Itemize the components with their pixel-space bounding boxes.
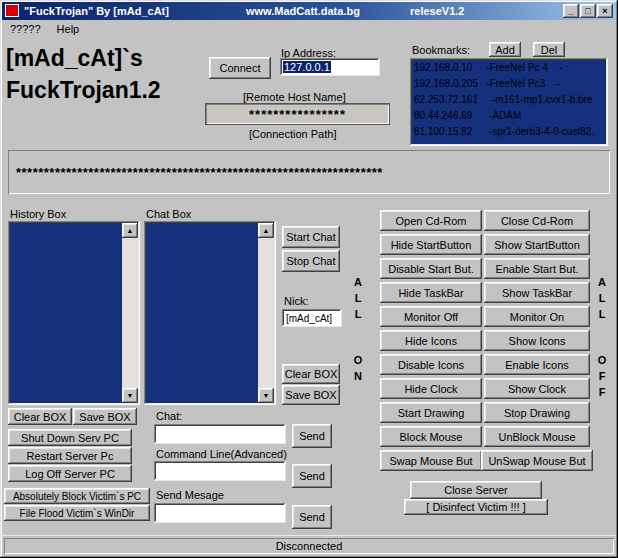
unblock-mouse-button[interactable]: UnBlock Mouse [484, 426, 590, 447]
history-scrollbar[interactable]: ▲ ▼ [122, 223, 138, 403]
send-message-button[interactable]: Send [292, 505, 332, 529]
disable-icons-button[interactable]: Disable Icons [380, 354, 482, 375]
hide-taskbar-button[interactable]: Hide TaskBar [380, 282, 482, 303]
bookmark-add-button[interactable]: Add [489, 42, 521, 57]
clear-chatbox-button[interactable]: Clear BOX [282, 364, 340, 384]
connection-path-label: [Connection Path] [249, 128, 336, 140]
nick-input[interactable] [282, 309, 342, 327]
logoff-server-button[interactable]: Log Off Server PC [8, 465, 132, 482]
app-brand: [mAd_cAt]`s FuckTrojan1.2 [6, 42, 161, 106]
status-bar: Disconnected [2, 535, 616, 556]
banner-stars: ****************************************… [16, 165, 383, 180]
app-icon [5, 4, 19, 17]
monitor-on-button[interactable]: Monitor On [484, 306, 590, 327]
send-command-button[interactable]: Send [292, 464, 332, 488]
menu-item-help[interactable]: Help [49, 21, 88, 37]
block-mouse-button[interactable]: Block Mouse [380, 426, 482, 447]
menu-item-questions[interactable]: ????? [2, 21, 49, 37]
window-site: www.MadCatt.data.bg [246, 5, 360, 17]
open-cdrom-button[interactable]: Open Cd-Rom [380, 210, 482, 231]
history-box-label: History Box [10, 208, 66, 220]
show-icons-button[interactable]: Show Icons [484, 330, 590, 351]
ip-address-input[interactable]: 127.0.0.1 [280, 58, 380, 76]
window-title: "FuckTrojan" By [mAd_cAt] [24, 5, 169, 17]
bookmark-entry[interactable]: 81.100.15.82 -spr1-derb3-4-0-cust82. [410, 124, 608, 140]
save-historybox-button[interactable]: Save BOX [73, 408, 137, 425]
chat-input-label: Chat: [156, 410, 182, 422]
start-chat-button[interactable]: Start Chat [282, 226, 340, 248]
monitor-off-button[interactable]: Monitor Off [380, 306, 482, 327]
hide-startbutton-button[interactable]: Hide StartButton [380, 234, 482, 255]
all-on-label: ALL ON [352, 276, 364, 386]
file-flood-button[interactable]: File Flood Victim`s WinDir [4, 505, 150, 521]
command-line-label: Command Line(Advanced) [156, 448, 287, 460]
enable-icons-button[interactable]: Enable Icons [484, 354, 590, 375]
bookmarks-listbox[interactable]: 192.168.0.10 -FreeNel Pc 4 - 192.168.0.2… [410, 58, 608, 146]
restart-server-button[interactable]: Restart Server Pc [8, 447, 132, 464]
bookmark-entry[interactable]: 192.168.0.205 -FreeNel Pc3 - [410, 76, 608, 92]
block-victim-pc-button[interactable]: Absolutely Block Victim`s PC [4, 488, 150, 504]
chat-scrollbar[interactable]: ▲ ▼ [258, 223, 274, 403]
window-version: releseV1.2 [410, 5, 464, 17]
unswap-mouse-button[interactable]: UnSwap Mouse But [481, 450, 593, 471]
brand-line-1: [mAd_cAt]`s [6, 42, 161, 74]
close-icon: × [602, 6, 607, 16]
bookmark-entry[interactable]: 192.168.0.10 -FreeNel Pc 4 - [410, 60, 608, 76]
remote-host-value: **************** [249, 107, 346, 122]
banner-panel: ****************************************… [8, 150, 610, 194]
scroll-down-icon[interactable]: ▼ [122, 388, 138, 403]
hide-icons-button[interactable]: Hide Icons [380, 330, 482, 351]
scrollbar-track[interactable] [258, 238, 274, 388]
all-off-label: ALL OFF [596, 276, 608, 402]
minimize-button[interactable]: _ [563, 4, 579, 18]
close-cdrom-button[interactable]: Close Cd-Rom [484, 210, 590, 231]
close-button[interactable]: × [597, 4, 613, 18]
command-line-input[interactable] [154, 461, 286, 481]
scroll-up-icon[interactable]: ▲ [122, 223, 138, 238]
title-bar: "FuckTrojan" By [mAd_cAt] www.MadCatt.da… [2, 2, 616, 20]
show-taskbar-button[interactable]: Show TaskBar [484, 282, 590, 303]
bookmark-entry[interactable]: 80.44.246.69 -ADAM [410, 108, 608, 124]
scrollbar-track[interactable] [122, 238, 138, 388]
scroll-up-icon[interactable]: ▲ [258, 223, 274, 238]
connect-button[interactable]: Connect [209, 57, 271, 79]
stop-drawing-button[interactable]: Stop Drawing [484, 402, 590, 423]
status-text: Disconnected [276, 540, 343, 552]
show-clock-button[interactable]: Show Clock [484, 378, 590, 399]
bookmark-del-button[interactable]: Del [533, 42, 565, 57]
maximize-icon: □ [585, 6, 590, 16]
close-server-button[interactable]: Close Server [410, 481, 542, 499]
save-chatbox-button[interactable]: Save BOX [282, 385, 340, 405]
ip-address-value: 127.0.0.1 [283, 61, 331, 73]
maximize-button[interactable]: □ [580, 4, 596, 18]
brand-line-2: FuckTrojan1.2 [6, 74, 161, 106]
nick-label: Nick: [284, 295, 308, 307]
minimize-icon: _ [568, 6, 573, 16]
app-window: "FuckTrojan" By [mAd_cAt] www.MadCatt.da… [0, 0, 618, 558]
menu-bar: ????? Help [2, 20, 616, 37]
send-message-input[interactable] [154, 503, 286, 523]
history-listbox[interactable]: ▲ ▼ [8, 221, 140, 405]
disinfect-victim-button[interactable]: [ Disinfect Victim !!! ] [404, 499, 548, 515]
chat-listbox[interactable]: ▲ ▼ [144, 221, 276, 405]
clear-historybox-button[interactable]: Clear BOX [8, 408, 72, 425]
scroll-down-icon[interactable]: ▼ [258, 388, 274, 403]
send-message-label: Send Mesage [156, 489, 224, 501]
chat-box-label: Chat Box [146, 208, 191, 220]
bookmarks-label: Bookmarks: [412, 44, 470, 56]
disable-start-button[interactable]: Disable Start But. [380, 258, 482, 279]
show-startbutton-button[interactable]: Show StartButton [484, 234, 590, 255]
swap-mouse-button[interactable]: Swap Mouse But [380, 450, 482, 471]
shutdown-server-button[interactable]: Shut Down Serv PC [8, 429, 132, 446]
start-drawing-button[interactable]: Start Drawing [380, 402, 482, 423]
send-chat-button[interactable]: Send [292, 424, 332, 448]
hide-clock-button[interactable]: Hide Clock [380, 378, 482, 399]
bookmark-entry[interactable]: 62.253.72.161 -m161-mp1.cvx1-b.bre [410, 92, 608, 108]
stop-chat-button[interactable]: Stop Chat [282, 250, 340, 272]
status-panel: Disconnected [4, 538, 614, 554]
remote-host-field[interactable]: **************** [205, 103, 390, 125]
enable-start-button[interactable]: Enable Start But. [484, 258, 590, 279]
remote-host-label: [Remote Host Name] [243, 91, 346, 103]
chat-input[interactable] [154, 424, 286, 444]
